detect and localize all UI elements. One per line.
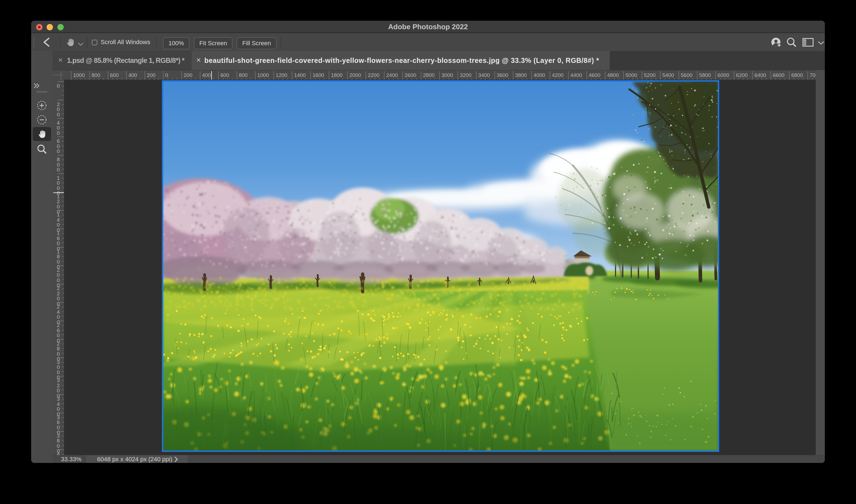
svg-text:0: 0 [165, 72, 168, 78]
svg-text:0: 0 [57, 83, 60, 89]
svg-text:4600: 4600 [589, 72, 600, 78]
svg-text:1600: 1600 [313, 72, 324, 78]
svg-text:200: 200 [184, 72, 193, 78]
svg-text:0: 0 [57, 130, 60, 136]
svg-text:6000: 6000 [717, 72, 729, 78]
svg-text:3600: 3600 [497, 72, 508, 78]
svg-text:6200: 6200 [736, 72, 748, 78]
svg-text:2200: 2200 [368, 72, 379, 78]
svg-text:6800: 6800 [791, 72, 803, 78]
svg-text:0: 0 [57, 148, 60, 154]
svg-text:1200: 1200 [276, 72, 287, 78]
svg-text:800: 800 [92, 72, 101, 78]
svg-text:2400: 2400 [386, 72, 398, 78]
svg-text:5600: 5600 [681, 72, 693, 78]
svg-text:6600: 6600 [773, 72, 784, 78]
svg-text:200: 200 [147, 72, 156, 78]
svg-text:4000: 4000 [533, 72, 545, 78]
svg-text:5000: 5000 [625, 72, 637, 78]
svg-text:1800: 1800 [331, 72, 342, 78]
svg-text:1000: 1000 [257, 72, 269, 78]
svg-text:0: 0 [57, 167, 60, 173]
svg-text:3400: 3400 [478, 72, 490, 78]
svg-text:3000: 3000 [442, 72, 453, 78]
svg-text:3800: 3800 [515, 72, 527, 78]
svg-text:600: 600 [220, 72, 229, 78]
svg-text:1400: 1400 [294, 72, 306, 78]
svg-text:800: 800 [239, 72, 248, 78]
svg-text:3200: 3200 [460, 72, 471, 78]
svg-text:2800: 2800 [423, 72, 434, 78]
svg-text:400: 400 [202, 72, 211, 78]
svg-text:600: 600 [110, 72, 119, 78]
svg-text:5800: 5800 [699, 72, 711, 78]
svg-text:5400: 5400 [662, 72, 674, 78]
svg-text:1000: 1000 [73, 72, 85, 78]
svg-text:4400: 4400 [570, 72, 582, 78]
svg-text:4200: 4200 [552, 72, 564, 78]
svg-text:0: 0 [57, 112, 60, 118]
svg-text:2000: 2000 [350, 72, 361, 78]
svg-text:5200: 5200 [644, 72, 656, 78]
svg-text:7000: 7000 [810, 72, 816, 78]
svg-text:4: 4 [57, 451, 60, 455]
svg-text:4800: 4800 [607, 72, 619, 78]
svg-text:6400: 6400 [754, 72, 766, 78]
svg-text:2600: 2600 [405, 72, 416, 78]
svg-text:400: 400 [128, 72, 137, 78]
